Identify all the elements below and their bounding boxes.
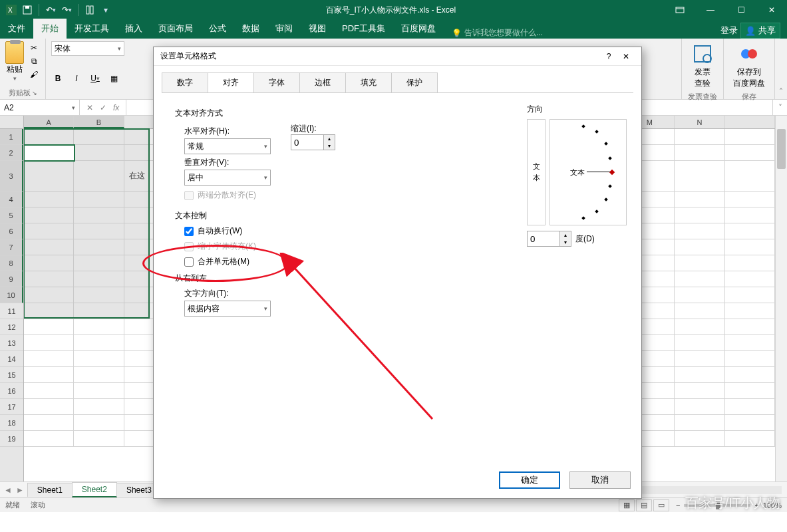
font-name-select[interactable]: 宋体▾ [51,41,124,56]
row-header[interactable]: 15 [0,367,23,383]
indent-spinner[interactable]: ▴▾ [291,134,335,150]
tell-me[interactable]: 💡告诉我您想要做什么... [444,27,551,39]
dialog-tab-fill[interactable]: 填充 [345,72,392,93]
row-header[interactable]: 9 [0,271,23,287]
touch-mode-icon[interactable] [84,4,96,16]
vertical-scrollbar[interactable] [775,116,787,481]
row-header[interactable]: 14 [0,351,23,367]
copy-icon[interactable]: ⧉ [28,56,40,66]
share-button[interactable]: 👤共享 [740,23,780,39]
confirm-formula-icon[interactable]: ✓ [100,103,106,112]
row-header[interactable]: 5 [0,207,23,223]
zoom-out-icon[interactable]: − [676,501,680,509]
col-header[interactable]: A [24,116,74,128]
tab-baidu[interactable]: 百度网盘 [393,19,444,39]
tab-pdf[interactable]: PDF工具集 [334,19,393,39]
col-header[interactable]: N [675,116,724,128]
tab-nav-prev-icon[interactable]: ◄ [4,485,12,495]
view-page-icon[interactable]: ▤ [636,499,652,511]
border-button[interactable]: ▦ [107,72,120,85]
format-painter-icon[interactable]: 🖌 [28,69,40,80]
spin-up-icon[interactable]: ▴ [324,135,335,142]
dialog-help-icon[interactable]: ? [600,52,617,61]
login-link[interactable]: 登录 [720,25,738,37]
col-header[interactable]: B [74,116,124,128]
merge-cells-checkbox[interactable]: 合并单元格(M) [184,256,620,267]
dialog-tab-border[interactable]: 边框 [299,72,346,93]
dialog-tab-font[interactable]: 字体 [253,72,300,93]
row-header[interactable]: 19 [0,431,23,447]
ribbon-options-icon[interactable] [665,0,695,20]
degree-spinner[interactable]: ▴▾ [527,231,571,247]
tab-insert[interactable]: 插入 [117,19,150,39]
tab-data[interactable]: 数据 [234,19,267,39]
sheet-tab[interactable]: Sheet2 [72,482,117,497]
row-header[interactable]: 17 [0,399,23,415]
view-break-icon[interactable]: ▭ [653,499,669,511]
tab-view[interactable]: 视图 [301,19,334,39]
ok-button[interactable]: 确定 [499,471,560,489]
dialog-launcher-icon[interactable]: ↘ [32,90,37,96]
row-header[interactable]: 16 [0,383,23,399]
save-icon[interactable] [21,4,33,16]
ribbon-collapse-icon[interactable]: ˄ [775,39,787,99]
name-box[interactable]: A2▾ [0,100,80,115]
row-header[interactable]: 8 [0,255,23,271]
italic-button[interactable]: I [70,72,83,85]
text-dir-select[interactable]: 根据内容▾ [184,301,271,317]
row-header[interactable]: 18 [0,415,23,431]
tab-review[interactable]: 审阅 [267,19,301,39]
qat-customize-icon[interactable]: ▾ [100,4,112,16]
halign-select[interactable]: 常规▾ [184,138,271,154]
row-header[interactable]: 3 [0,161,23,192]
row-header[interactable]: 10 [0,287,23,303]
spin-down-icon[interactable]: ▾ [560,239,571,246]
fx-icon[interactable]: fx [113,103,119,112]
dialog-tab-protect[interactable]: 保护 [391,72,438,93]
spin-down-icon[interactable]: ▾ [324,142,335,150]
undo-icon[interactable]: ↶▾ [45,4,57,16]
vertical-text-button[interactable]: 文 本 [527,119,546,225]
row-header[interactable]: 7 [0,239,23,255]
row-header[interactable]: 6 [0,223,23,239]
tab-nav-next-icon[interactable]: ► [16,485,24,495]
tab-dev[interactable]: 开发工具 [67,19,117,39]
tab-formula[interactable]: 公式 [201,19,234,39]
tab-home[interactable]: 开始 [33,19,67,39]
valign-label: 垂直对齐(V): [184,157,229,168]
row-header[interactable]: 1 [0,129,23,145]
dialog-tab-number[interactable]: 数字 [162,72,208,93]
cancel-button[interactable]: 取消 [569,471,631,489]
sheet-tab[interactable]: Sheet1 [27,483,73,497]
dialog-tab-align[interactable]: 对齐 [208,72,254,93]
row-header[interactable]: 4 [0,192,23,207]
minimize-icon[interactable]: — [695,0,726,20]
zoom-value[interactable]: 100% [763,501,782,509]
dialog-close-icon[interactable]: ✕ [617,52,635,61]
row-header[interactable]: 13 [0,335,23,351]
zoom-slider[interactable] [684,504,750,507]
paste-button[interactable]: 粘贴 ▾ [5,41,24,82]
row-header[interactable]: 11 [0,303,23,319]
tab-file[interactable]: 文件 [0,19,33,39]
row-header[interactable]: 2 [0,145,23,161]
zoom-in-icon[interactable]: + [754,501,758,509]
spin-up-icon[interactable]: ▴ [560,231,571,239]
bold-button[interactable]: B [51,72,65,85]
select-all-corner[interactable] [0,116,23,129]
tab-layout[interactable]: 页面布局 [150,19,201,39]
invoice-check-button[interactable]: 发票 查验 [687,41,718,90]
save-baidu-button[interactable]: 保存到 百度网盘 [729,41,769,90]
valign-select[interactable]: 居中▾ [184,170,271,186]
close-icon[interactable]: ✕ [756,0,787,20]
redo-icon[interactable]: ↷▾ [61,4,73,16]
maximize-icon[interactable]: ☐ [726,0,756,20]
row-header[interactable]: 12 [0,319,23,335]
cut-icon[interactable]: ✂ [28,43,40,53]
status-scroll: 滚动 [31,500,45,510]
cancel-formula-icon[interactable]: ✕ [86,103,93,112]
orientation-dial[interactable]: 文本 [550,119,627,225]
view-normal-icon[interactable]: ▦ [619,499,635,511]
underline-button[interactable]: U▾ [88,72,102,85]
expand-formula-icon[interactable]: ˅ [772,100,787,115]
